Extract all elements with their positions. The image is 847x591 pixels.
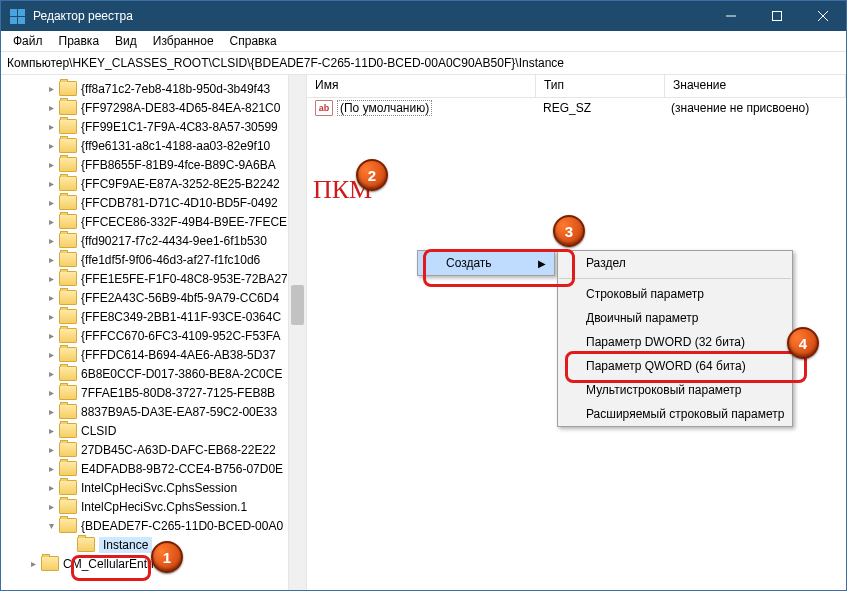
tree-item[interactable]: ▸{FF99E1C1-7F9A-4C83-8A57-30599 [1, 117, 306, 136]
address-bar[interactable]: Компьютер\HKEY_CLASSES_ROOT\CLSID\{BDEAD… [1, 52, 846, 75]
folder-icon [59, 347, 77, 362]
window-buttons [708, 1, 846, 31]
expand-icon[interactable]: ▸ [45, 406, 57, 417]
tree-item[interactable]: ▸{FFFDC614-B694-4AE6-AB38-5D37 [1, 345, 306, 364]
tree-scrollbar[interactable] [288, 75, 306, 590]
tree-item[interactable]: ▸{FFB8655F-81B9-4fce-B89C-9A6BA [1, 155, 306, 174]
folder-icon [59, 442, 77, 457]
tree-item[interactable]: ▸7FFAE1B5-80D8-3727-7125-FEB8B [1, 383, 306, 402]
folder-icon [59, 461, 77, 476]
context-submenu-create: Раздел Строковый параметр Двоичный парам… [557, 250, 793, 427]
minimize-button[interactable] [708, 1, 754, 31]
window-title: Редактор реестра [33, 9, 708, 23]
tree-item[interactable]: ▸{FFE8C349-2BB1-411F-93CE-0364C [1, 307, 306, 326]
expand-icon[interactable]: ▸ [45, 482, 57, 493]
expand-icon[interactable]: ▸ [27, 558, 39, 569]
expand-icon[interactable]: ▾ [45, 520, 57, 531]
menu-edit[interactable]: Правка [51, 34, 108, 48]
folder-icon [59, 119, 77, 134]
expand-icon[interactable]: ▸ [45, 178, 57, 189]
menu-item-qword[interactable]: Параметр QWORD (64 бита) [558, 354, 792, 378]
maximize-button[interactable] [754, 1, 800, 31]
folder-icon [59, 233, 77, 248]
menu-view[interactable]: Вид [107, 34, 145, 48]
tree-item[interactable]: ▸{FFCDB781-D71C-4D10-BD5F-0492 [1, 193, 306, 212]
menu-fav[interactable]: Избранное [145, 34, 222, 48]
tree-item[interactable]: ▸{ff9e6131-a8c1-4188-aa03-82e9f10 [1, 136, 306, 155]
expand-icon[interactable]: ▸ [45, 102, 57, 113]
tree-scrollthumb[interactable] [291, 285, 304, 325]
expand-icon[interactable]: ▸ [45, 254, 57, 265]
tree-item[interactable]: ▸{ffd90217-f7c2-4434-9ee1-6f1b530 [1, 231, 306, 250]
expand-icon[interactable]: ▸ [45, 311, 57, 322]
menubar: Файл Правка Вид Избранное Справка [1, 31, 846, 52]
menu-item-key[interactable]: Раздел [558, 251, 792, 275]
folder-icon [59, 499, 77, 514]
tree-item-current-key[interactable]: ▾{BDEADE7F-C265-11D0-BCED-00A0 [1, 516, 306, 535]
menu-file[interactable]: Файл [5, 34, 51, 48]
tree-item[interactable]: ▸6B8E0CCF-D017-3860-BE8A-2C0CE [1, 364, 306, 383]
expand-icon[interactable]: ▸ [45, 121, 57, 132]
expand-icon[interactable]: ▸ [45, 140, 57, 151]
menu-item-binary[interactable]: Двоичный параметр [558, 306, 792, 330]
expand-icon[interactable]: ▸ [45, 444, 57, 455]
list-header: Имя Тип Значение [307, 75, 846, 98]
folder-icon [59, 423, 77, 438]
expand-icon[interactable]: ▸ [45, 159, 57, 170]
expand-icon[interactable]: ▸ [45, 197, 57, 208]
menu-help[interactable]: Справка [222, 34, 285, 48]
tree-item[interactable]: ▸CLSID [1, 421, 306, 440]
menu-item-create[interactable]: Создать ▶ [418, 251, 554, 275]
tree-item[interactable]: ▸{FFE2A43C-56B9-4bf5-9A79-CC6D4 [1, 288, 306, 307]
titlebar[interactable]: Редактор реестра [1, 1, 846, 31]
folder-icon [41, 556, 59, 571]
menu-separator [559, 278, 791, 279]
expand-icon[interactable]: ▸ [45, 463, 57, 474]
tree-item[interactable]: ▸{FFCECE86-332F-49B4-B9EE-7FECE [1, 212, 306, 231]
tree-item[interactable]: ▸{ff8a71c2-7eb8-418b-950d-3b49f43 [1, 79, 306, 98]
expand-icon[interactable]: ▸ [45, 349, 57, 360]
tree-item[interactable]: ▸IntelCpHeciSvc.CphsSession.1 [1, 497, 306, 516]
list-cell-name: (По умолчанию) [337, 100, 432, 116]
folder-icon [59, 404, 77, 419]
tree-item[interactable]: ▸{ffe1df5f-9f06-46d3-af27-f1fc10d6 [1, 250, 306, 269]
expand-icon[interactable]: ▸ [45, 425, 57, 436]
close-button[interactable] [800, 1, 846, 31]
menu-item-string[interactable]: Строковый параметр [558, 282, 792, 306]
tree-item[interactable]: ▸{FFFCC670-6FC3-4109-952C-F53FA [1, 326, 306, 345]
menu-item-dword[interactable]: Параметр DWORD (32 бита) [558, 330, 792, 354]
expand-icon[interactable]: ▸ [45, 216, 57, 227]
tree-item[interactable]: ▸{FFE1E5FE-F1F0-48C8-953E-72BA27 [1, 269, 306, 288]
expand-icon[interactable]: ▸ [45, 292, 57, 303]
tree-item[interactable]: ▸E4DFADB8-9B72-CCE4-B756-07D0E [1, 459, 306, 478]
expand-icon[interactable]: ▸ [45, 387, 57, 398]
header-type[interactable]: Тип [536, 75, 665, 97]
expand-icon[interactable]: ▸ [45, 368, 57, 379]
tree-item[interactable]: ▸IntelCpHeciSvc.CphsSession [1, 478, 306, 497]
expand-icon[interactable]: ▸ [45, 330, 57, 341]
tree-item[interactable]: ▸{FF97298A-DE83-4D65-84EA-821C0 [1, 98, 306, 117]
folder-icon [59, 328, 77, 343]
registry-tree[interactable]: ▸{ff8a71c2-7eb8-418b-950d-3b49f43▸{FF972… [1, 75, 307, 590]
expand-icon[interactable]: ▸ [45, 273, 57, 284]
header-value[interactable]: Значение [665, 75, 846, 97]
menu-item-multi[interactable]: Мультистроковый параметр [558, 378, 792, 402]
context-menu-create: Создать ▶ [417, 250, 555, 276]
folder-icon [59, 252, 77, 267]
header-name[interactable]: Имя [307, 75, 536, 97]
folder-icon [59, 385, 77, 400]
tree-item[interactable]: ▸27DB45C-A63D-DAFC-EB68-22E22 [1, 440, 306, 459]
value-list[interactable]: Имя Тип Значение ab(По умолчанию) REG_SZ… [307, 75, 846, 590]
folder-icon [59, 157, 77, 172]
list-row[interactable]: ab(По умолчанию) REG_SZ (значение не при… [307, 98, 846, 118]
tree-item[interactable]: ▸{FFC9F9AE-E87A-3252-8E25-B2242 [1, 174, 306, 193]
expand-icon[interactable]: ▸ [45, 501, 57, 512]
tree-item[interactable]: ▸8837B9A5-DA3E-EA87-59C2-00E33 [1, 402, 306, 421]
folder-icon [59, 214, 77, 229]
expand-icon[interactable]: ▸ [45, 235, 57, 246]
expand-icon[interactable]: ▸ [45, 83, 57, 94]
folder-icon [59, 271, 77, 286]
folder-icon [59, 518, 77, 533]
menu-item-expand[interactable]: Расширяемый строковый параметр [558, 402, 792, 426]
annotation-badge-1: 1 [151, 541, 183, 573]
